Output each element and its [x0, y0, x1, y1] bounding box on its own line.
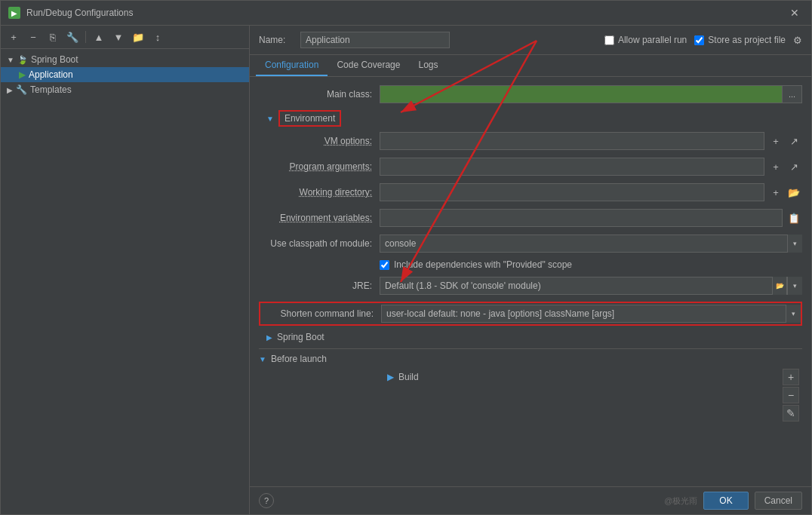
- toolbar-separator: [85, 31, 86, 43]
- ok-button[interactable]: OK: [703, 492, 748, 510]
- spring-boot-icon: 🍃: [17, 55, 28, 65]
- main-class-row: Main class: ...: [259, 84, 802, 104]
- before-launch-edit-button[interactable]: ✎: [783, 405, 799, 422]
- include-deps-row: Include dependencies with "Provided" sco…: [380, 259, 802, 270]
- before-launch-remove-button[interactable]: −: [783, 387, 799, 403]
- program-args-label: Program arguments:: [259, 161, 380, 172]
- store-project-option: Store as project file: [694, 35, 786, 45]
- parallel-run-checkbox[interactable]: [604, 35, 614, 45]
- shorten-cmd-select-wrapper: user-local default: none - java [options…: [381, 305, 801, 323]
- vm-options-label: VM options:: [259, 136, 380, 146]
- vm-options-input[interactable]: [380, 132, 764, 150]
- env-vars-input[interactable]: [380, 209, 783, 227]
- main-class-browse-button[interactable]: ...: [783, 85, 802, 103]
- name-label: Name:: [259, 35, 293, 45]
- environment-collapse-icon: ▼: [266, 115, 274, 123]
- main-class-label: Main class:: [259, 89, 380, 100]
- working-dir-actions: + 📂: [767, 184, 802, 201]
- vm-options-add-icon[interactable]: +: [767, 133, 784, 149]
- move-up-button[interactable]: ▲: [91, 29, 107, 45]
- build-run-icon: ▶: [387, 372, 394, 382]
- classpath-row: Use classpath of module: console ▾: [259, 234, 802, 253]
- program-args-input[interactable]: [380, 158, 764, 176]
- classpath-select[interactable]: console: [380, 235, 802, 253]
- spring-boot-section-title: Spring Boot: [277, 332, 324, 342]
- store-project-gear-icon[interactable]: ⚙: [793, 35, 802, 46]
- name-input[interactable]: [300, 32, 450, 48]
- program-args-row: Program arguments: + ↗: [259, 157, 802, 176]
- program-args-add-icon[interactable]: +: [767, 158, 784, 175]
- tab-code-coverage[interactable]: Code Coverage: [328, 55, 409, 76]
- settings-button[interactable]: 🔧: [64, 29, 81, 45]
- left-toolbar: + − ⎘ 🔧 ▲ ▼ 📁 ↕: [1, 26, 249, 49]
- templates-expand-icon: ▶: [7, 86, 13, 94]
- remove-config-button[interactable]: −: [25, 29, 42, 45]
- store-project-label: Store as project file: [708, 35, 786, 45]
- tree-item-application[interactable]: ▶ Application: [1, 67, 249, 82]
- before-launch-label: Before launch: [271, 354, 327, 364]
- environment-section-header[interactable]: ▼ Environment: [259, 110, 802, 127]
- tree-item-templates[interactable]: ▶ 🔧 Templates: [1, 82, 249, 97]
- close-button[interactable]: ✕: [786, 5, 804, 20]
- move-down-button[interactable]: ▼: [110, 29, 127, 45]
- vm-options-expand-icon[interactable]: ↗: [786, 133, 802, 149]
- include-deps-label: Include dependencies with "Provided" sco…: [394, 259, 572, 270]
- watermark: @极光雨: [664, 495, 697, 507]
- tab-configuration[interactable]: Configuration: [256, 55, 328, 76]
- move-to-folder-button[interactable]: 📁: [130, 29, 146, 45]
- store-project-checkbox[interactable]: [694, 35, 704, 45]
- copy-config-button[interactable]: ⎘: [45, 29, 61, 45]
- build-item: ▶ Build: [259, 369, 783, 385]
- working-dir-folder-icon[interactable]: 📂: [786, 184, 802, 201]
- jre-select[interactable]: Default (1.8 - SDK of 'console' module): [380, 277, 802, 295]
- title-bar-left: ▶ Run/Debug Configurations: [8, 7, 133, 19]
- working-dir-add-icon[interactable]: +: [767, 184, 784, 201]
- spring-boot-collapse-icon: ▼: [7, 56, 14, 64]
- working-dir-input[interactable]: [380, 183, 764, 201]
- tabs-row: Configuration Code Coverage Logs: [250, 55, 811, 77]
- bottom-right-actions: @极光雨 OK Cancel: [664, 492, 802, 510]
- before-launch-section: ▼ Before launch ▶ Build +: [259, 348, 802, 422]
- tree-item-spring-boot[interactable]: ▼ 🍃 Spring Boot: [1, 52, 249, 67]
- parallel-run-option: Allow parallel run: [604, 35, 687, 45]
- main-class-input[interactable]: [380, 85, 783, 103]
- environment-section-title: Environment: [278, 110, 341, 127]
- config-tree: ▼ 🍃 Spring Boot ▶ Application ▶ 🔧 Templa…: [1, 49, 249, 514]
- program-args-actions: + ↗: [767, 158, 802, 175]
- spring-boot-label: Spring Boot: [31, 54, 78, 65]
- spring-boot-expand-icon: ▶: [266, 333, 272, 342]
- before-launch-collapse-icon: ▼: [259, 355, 266, 363]
- name-row: Name: Allow parallel run Store as projec…: [250, 26, 811, 55]
- before-launch-add-button[interactable]: +: [783, 369, 799, 385]
- build-label: Build: [398, 372, 419, 382]
- program-args-expand-icon[interactable]: ↗: [786, 158, 802, 175]
- right-panel-wrapper: Name: Allow parallel run Store as projec…: [250, 26, 811, 514]
- before-launch-list: ▶ Build: [259, 369, 783, 385]
- env-vars-row: Environment variables: 📋: [259, 208, 802, 228]
- templates-label: Templates: [30, 84, 72, 95]
- spring-boot-section-header[interactable]: ▶ Spring Boot: [259, 332, 802, 342]
- window-icon: ▶: [8, 7, 20, 19]
- title-bar: ▶ Run/Debug Configurations ✕: [1, 1, 811, 26]
- right-panel: Name: Allow parallel run Store as projec…: [250, 26, 811, 514]
- application-label: Application: [29, 69, 73, 80]
- shorten-cmd-select[interactable]: user-local default: none - java [options…: [381, 305, 801, 323]
- shorten-cmd-row: Shorten command line: user-local default…: [259, 302, 802, 326]
- tab-logs[interactable]: Logs: [409, 55, 447, 76]
- config-content: Main class: ... ▼ Environment VM options…: [250, 77, 811, 486]
- add-config-button[interactable]: +: [5, 29, 22, 45]
- jre-row: JRE: Default (1.8 - SDK of 'console' mod…: [259, 276, 802, 296]
- help-button[interactable]: ?: [259, 493, 274, 508]
- application-run-icon: ▶: [19, 69, 26, 80]
- main-content: + − ⎘ 🔧 ▲ ▼ 📁 ↕ ▼ 🍃 Spring Boot ▶ Applic…: [1, 26, 811, 514]
- bottom-bar: ? @极光雨 OK Cancel: [250, 486, 811, 514]
- classpath-select-wrapper: console ▾: [380, 235, 802, 253]
- include-deps-checkbox[interactable]: [380, 260, 389, 270]
- before-launch-side-actions: + − ✎: [783, 369, 802, 422]
- env-vars-clipboard-icon[interactable]: 📋: [786, 210, 802, 226]
- before-launch-content: ▶ Build + − ✎: [259, 369, 802, 422]
- sort-button[interactable]: ↕: [149, 29, 166, 45]
- jre-select-wrapper: Default (1.8 - SDK of 'console' module) …: [380, 277, 802, 295]
- vm-options-row: VM options: + ↗: [259, 131, 802, 151]
- cancel-button[interactable]: Cancel: [755, 492, 802, 510]
